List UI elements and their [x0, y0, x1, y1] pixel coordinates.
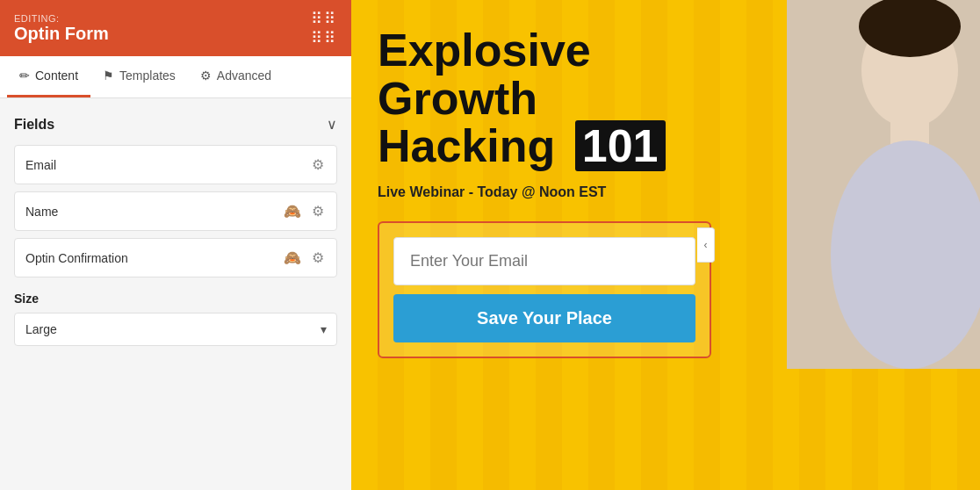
tab-templates[interactable]: ⚑ Templates: [90, 56, 188, 97]
gear-icon-name[interactable]: ⚙: [310, 201, 326, 221]
field-row-name: Name 🙈 ⚙: [14, 191, 337, 231]
chevron-down-icon[interactable]: ∨: [327, 116, 337, 133]
panel-body: Fields ∨ Email ⚙ Name 🙈 ⚙ Optin Confirma…: [0, 98, 351, 490]
dots-grid-icon[interactable]: ⠿⠿⠿⠿: [311, 9, 337, 47]
headline-line3: Hacking 101: [378, 122, 954, 170]
field-email-label: Email: [25, 158, 310, 172]
template-icon: ⚑: [103, 68, 114, 83]
field-optin-label: Optin Confirmation: [25, 251, 282, 265]
field-email-actions: ⚙: [310, 155, 326, 175]
fields-section-title: Fields: [14, 117, 54, 133]
size-label: Size: [14, 292, 337, 306]
tab-advanced-label: Advanced: [217, 68, 271, 83]
headline-line2: Growth: [378, 75, 954, 123]
email-input[interactable]: [393, 237, 695, 285]
size-section: Size Small Medium Large Extra Large ▾: [14, 292, 337, 346]
header-left: EDITING: Optin Form: [14, 13, 109, 44]
left-panel: EDITING: Optin Form ⠿⠿⠿⠿ ✏ Content ⚑ Tem…: [0, 0, 351, 490]
panel-collapse-button[interactable]: ‹: [697, 227, 715, 263]
tab-advanced[interactable]: ⚙ Advanced: [188, 56, 284, 97]
tab-content[interactable]: ✏ Content: [7, 56, 90, 97]
preview-content: Explosive Growth Hacking 101 Live Webina…: [351, 0, 980, 490]
gear-icon-optin[interactable]: ⚙: [310, 248, 326, 268]
panel-header: EDITING: Optin Form ⠿⠿⠿⠿: [0, 0, 351, 56]
gear-icon-email[interactable]: ⚙: [310, 155, 326, 175]
field-row-optin: Optin Confirmation 🙈 ⚙: [14, 238, 337, 277]
tab-templates-label: Templates: [119, 68, 176, 83]
field-row-email: Email ⚙: [14, 145, 337, 184]
tab-content-label: Content: [35, 68, 78, 83]
collapse-arrow-icon: ‹: [704, 239, 708, 251]
size-select[interactable]: Small Medium Large Extra Large: [14, 313, 337, 346]
size-select-wrap: Small Medium Large Extra Large ▾: [14, 313, 337, 346]
preview-panel: Explosive Growth Hacking 101 Live Webina…: [351, 0, 980, 490]
headline-number: 101: [575, 120, 666, 171]
headline-line3-text: Hacking: [378, 120, 555, 171]
panel-tabs: ✏ Content ⚑ Templates ⚙ Advanced: [0, 56, 351, 98]
sliders-icon: ⚙: [200, 68, 212, 83]
field-optin-actions: 🙈 ⚙: [282, 248, 326, 268]
pencil-icon: ✏: [19, 68, 30, 83]
subheadline: Live Webinar - Today @ Noon EST: [378, 184, 954, 200]
eye-hidden-icon-name[interactable]: 🙈: [282, 201, 303, 221]
editing-label: EDITING:: [14, 13, 109, 24]
cta-button[interactable]: Save Your Place: [393, 294, 695, 342]
fields-section-header: Fields ∨: [14, 116, 337, 133]
field-name-label: Name: [25, 205, 282, 219]
optin-form-area: Save Your Place: [378, 221, 711, 358]
headline: Explosive Growth Hacking 101: [378, 26, 954, 170]
field-name-actions: 🙈 ⚙: [282, 201, 326, 221]
eye-hidden-icon-optin[interactable]: 🙈: [282, 248, 303, 268]
headline-line1: Explosive: [378, 26, 954, 75]
panel-title: Optin Form: [14, 24, 109, 44]
